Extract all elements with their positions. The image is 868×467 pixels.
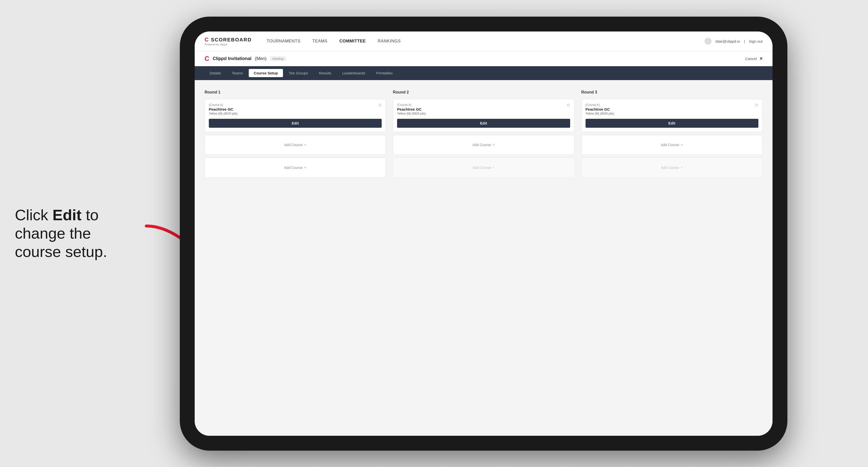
round-2-add-course-1[interactable]: Add Course + bbox=[393, 135, 574, 155]
rounds-grid: Round 1 ⊡ (Course A) Peachtree GC Yellow… bbox=[205, 90, 763, 178]
user-email: blair@clippd.io bbox=[715, 39, 740, 43]
hosting-badge: Hosting bbox=[270, 56, 286, 61]
add-course-label-2: Add Course bbox=[284, 166, 303, 169]
round-2-course-name: Peachtree GC bbox=[397, 107, 570, 111]
sign-out-link[interactable]: Sign out bbox=[749, 39, 763, 43]
round-3-label: Round 3 bbox=[581, 90, 763, 94]
nav-tournaments[interactable]: TOURNAMENTS bbox=[267, 39, 300, 44]
round-1-label: Round 1 bbox=[205, 90, 386, 94]
round-1-course-details: Yellow (M) (6629 yds) bbox=[209, 112, 382, 115]
avatar bbox=[705, 38, 712, 44]
sub-header: C Clippd Invitational (Men) Hosting Canc… bbox=[195, 51, 773, 66]
round-1-add-course-2[interactable]: Add Course + bbox=[205, 158, 386, 178]
round-2-course-card: ⊡ (Course A) Peachtree GC Yellow (M) (66… bbox=[393, 99, 574, 132]
round-2-edit-button[interactable]: Edit bbox=[397, 119, 570, 128]
brand-name: SCOREBOARD bbox=[211, 37, 251, 42]
instruction-bold: Edit bbox=[53, 206, 82, 223]
round-3-add-course-2: Add Course + bbox=[581, 158, 763, 178]
round-3-delete-icon[interactable]: ⊡ bbox=[754, 102, 760, 107]
tab-leaderboards[interactable]: Leaderboards bbox=[337, 69, 370, 77]
instruction-text: Click Edit tochange thecourse setup. bbox=[15, 206, 159, 261]
add-course-label-1: Add Course bbox=[284, 143, 303, 147]
add-plus-icon-2: + bbox=[304, 165, 306, 170]
separator: | bbox=[744, 39, 745, 43]
tab-results[interactable]: Results bbox=[314, 69, 336, 77]
round-3-course-name: Peachtree GC bbox=[586, 107, 758, 111]
cancel-label: Cancel bbox=[745, 57, 757, 61]
round-2-course-details: Yellow (M) (6629 yds) bbox=[397, 112, 570, 115]
nav-rankings[interactable]: RANKINGS bbox=[378, 39, 401, 44]
round-2-add-course-label-1: Add Course bbox=[472, 143, 491, 147]
tab-printables[interactable]: Printables bbox=[371, 69, 398, 77]
close-icon: ✕ bbox=[760, 57, 763, 61]
round-3-add-plus-1: + bbox=[681, 143, 683, 147]
round-3-add-course-label-1: Add Course bbox=[661, 143, 679, 147]
round-2-add-course-label-2: Add Course bbox=[472, 166, 491, 169]
tournament-name: Clippd Invitational bbox=[213, 56, 251, 61]
round-3-course-tag: (Course A) bbox=[586, 103, 758, 107]
round-3-course-details: Yellow (M) (6629 yds) bbox=[586, 112, 758, 115]
round-1-column: Round 1 ⊡ (Course A) Peachtree GC Yellow… bbox=[205, 90, 386, 178]
round-1-course-tag: (Course A) bbox=[209, 103, 382, 107]
round-1-delete-icon[interactable]: ⊡ bbox=[377, 102, 383, 107]
round-1-course-card: ⊡ (Course A) Peachtree GC Yellow (M) (66… bbox=[205, 99, 386, 132]
tab-details[interactable]: Details bbox=[205, 69, 226, 77]
brand-title: C SCOREBOARD bbox=[205, 36, 252, 43]
round-2-add-plus-2: + bbox=[492, 165, 495, 170]
tab-course-setup[interactable]: Course Setup bbox=[249, 69, 283, 77]
brand-c-letter: C bbox=[205, 36, 209, 43]
round-2-delete-icon[interactable]: ⊡ bbox=[566, 102, 571, 107]
top-navigation: C SCOREBOARD Powered by clippd TOURNAMEN… bbox=[195, 31, 773, 51]
round-3-add-plus-2: + bbox=[681, 165, 683, 170]
nav-committee[interactable]: COMMITTEE bbox=[339, 39, 366, 44]
cancel-area[interactable]: Cancel ✕ bbox=[745, 56, 763, 61]
main-nav: TOURNAMENTS TEAMS COMMITTEE RANKINGS bbox=[267, 39, 401, 44]
tournament-logo: C bbox=[205, 55, 209, 62]
tab-tee-groups[interactable]: Tee Groups bbox=[284, 69, 313, 77]
round-3-edit-button[interactable]: Edit bbox=[586, 119, 758, 128]
round-1-course-name: Peachtree GC bbox=[209, 107, 382, 111]
round-2-column: Round 2 ⊡ (Course A) Peachtree GC Yellow… bbox=[393, 90, 574, 178]
round-3-column: Round 3 ⊡ (Course A) Peachtree GC Yellow… bbox=[581, 90, 763, 178]
nav-left: C SCOREBOARD Powered by clippd TOURNAMEN… bbox=[205, 36, 401, 46]
round-2-label: Round 2 bbox=[393, 90, 574, 94]
round-2-add-plus-1: + bbox=[492, 143, 495, 147]
round-1-add-course-1[interactable]: Add Course + bbox=[205, 135, 386, 155]
main-content: Round 1 ⊡ (Course A) Peachtree GC Yellow… bbox=[195, 80, 773, 436]
add-plus-icon-1: + bbox=[304, 143, 306, 147]
tab-teams[interactable]: Teams bbox=[227, 69, 248, 77]
round-3-course-card: ⊡ (Course A) Peachtree GC Yellow (M) (66… bbox=[581, 99, 763, 132]
tournament-title: C Clippd Invitational (Men) Hosting bbox=[205, 55, 286, 62]
brand-logo: C SCOREBOARD Powered by clippd bbox=[205, 36, 252, 46]
round-1-edit-button[interactable]: Edit bbox=[209, 119, 382, 128]
tab-navigation: Details Teams Course Setup Tee Groups Re… bbox=[195, 66, 773, 80]
round-3-add-course-label-2: Add Course bbox=[661, 166, 679, 169]
round-2-add-course-2: Add Course + bbox=[393, 158, 574, 178]
nav-teams[interactable]: TEAMS bbox=[312, 39, 328, 44]
round-2-course-tag: (Course A) bbox=[397, 103, 570, 107]
brand-subtitle: Powered by clippd bbox=[205, 43, 252, 46]
round-3-add-course-1[interactable]: Add Course + bbox=[581, 135, 763, 155]
tournament-gender: (Men) bbox=[255, 56, 267, 61]
tablet-screen: C SCOREBOARD Powered by clippd TOURNAMEN… bbox=[195, 31, 773, 436]
tablet-device: C SCOREBOARD Powered by clippd TOURNAMEN… bbox=[180, 17, 787, 450]
nav-right: blair@clippd.io | Sign out bbox=[705, 38, 763, 44]
